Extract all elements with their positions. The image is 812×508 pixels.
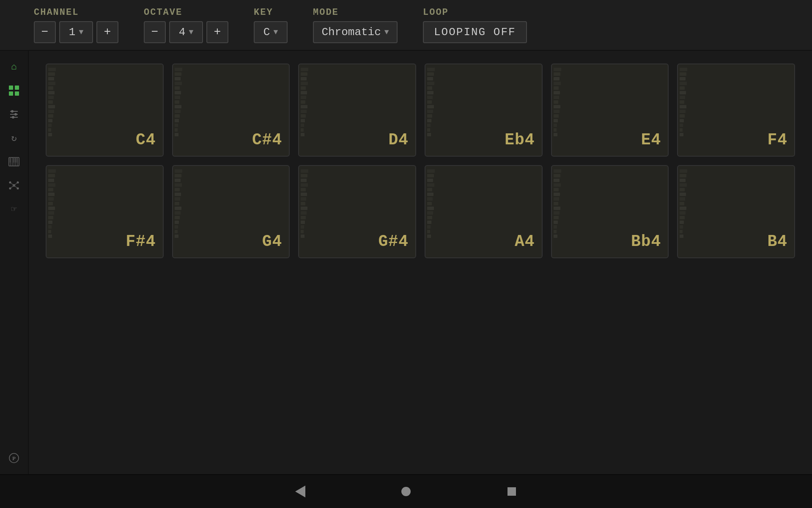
note-name: B4 [767, 232, 787, 251]
sidebar-item-nodes[interactable] [3, 174, 25, 196]
note-pad-d4[interactable]: D4 [298, 64, 416, 157]
note-name: E4 [641, 131, 661, 149]
octave-decrement-button[interactable]: − [144, 21, 166, 43]
note-pad-c4[interactable]: C4 [46, 64, 164, 157]
vel-bar [680, 100, 684, 104]
note-pad-b4[interactable]: B4 [677, 165, 795, 258]
sidebar-item-piano[interactable] [3, 151, 25, 173]
vel-bar [680, 128, 683, 132]
vel-bar [48, 235, 52, 238]
vel-bar [175, 105, 181, 108]
vel-bar [175, 100, 179, 104]
svg-rect-18 [15, 157, 16, 163]
vel-bar [427, 225, 431, 229]
vel-bar [48, 124, 52, 127]
vel-bar [175, 169, 182, 173]
nav-back-button[interactable] [290, 481, 311, 502]
vel-bar [175, 197, 180, 201]
note-name: Bb4 [631, 232, 661, 251]
note-pad-a4[interactable]: A4 [425, 165, 543, 258]
svg-rect-2 [9, 91, 13, 96]
vel-bar [680, 211, 686, 215]
vel-bar [48, 197, 54, 201]
sidebar-item-home[interactable]: ⌂ [3, 56, 25, 78]
vel-bar [48, 183, 55, 187]
vel-bar [680, 235, 683, 238]
note-pad-csharp4[interactable]: C#4 [172, 64, 290, 157]
note-pad-gsharp4[interactable]: G#4 [298, 165, 416, 258]
channel-increment-button[interactable]: + [96, 21, 118, 43]
nav-home-button[interactable] [395, 481, 417, 502]
vel-bar [427, 179, 433, 182]
vel-bar [48, 133, 52, 136]
svg-rect-17 [13, 157, 14, 163]
vel-bar [48, 188, 53, 191]
vel-bar [554, 202, 558, 205]
vel-bar [554, 174, 560, 177]
channel-control-row: − 1 ▼ + [34, 21, 118, 43]
vel-bar [175, 91, 181, 94]
vel-bar [680, 197, 685, 201]
vel-bar [175, 183, 182, 187]
octave-label: OCTAVE [144, 7, 228, 18]
octave-display[interactable]: 4 ▼ [169, 21, 203, 43]
channel-dropdown-arrow: ▼ [79, 28, 83, 36]
velocity-bars [47, 64, 58, 156]
vel-bar [301, 72, 307, 76]
vel-bar [427, 100, 432, 104]
vel-bar [427, 96, 433, 99]
channel-display[interactable]: 1 ▼ [59, 21, 93, 43]
svg-line-25 [10, 182, 14, 185]
note-pad-e4[interactable]: E4 [551, 64, 669, 157]
vel-bar [301, 110, 307, 113]
svg-rect-3 [15, 91, 19, 96]
note-pad-bb4[interactable]: Bb4 [551, 165, 669, 258]
vel-bar [301, 124, 304, 127]
main: ⌂ ↻ [0, 51, 812, 474]
channel-decrement-button[interactable]: − [34, 21, 56, 43]
vel-bar [48, 68, 56, 71]
key-display[interactable]: C ▼ [254, 21, 288, 43]
key-label: KEY [254, 7, 288, 18]
vel-bar [175, 72, 181, 76]
octave-increment-button[interactable]: + [206, 21, 228, 43]
vel-bar [680, 124, 683, 127]
note-pad-fsharp4[interactable]: F#4 [46, 165, 164, 258]
note-name: C4 [136, 131, 156, 149]
sidebar-item-mixer[interactable] [3, 103, 25, 125]
vel-bar [427, 128, 430, 132]
nav-apps-button[interactable] [501, 481, 522, 502]
sidebar-item-refresh[interactable]: ↻ [3, 127, 25, 149]
sidebar-item-touch[interactable]: ☞ [3, 198, 25, 220]
vel-bar [301, 197, 306, 201]
vel-bar [427, 119, 431, 122]
note-pad-g4[interactable]: G4 [172, 165, 290, 258]
channel-value: 1 [69, 26, 76, 39]
vel-bar [680, 193, 686, 196]
mode-dropdown-arrow: ▼ [384, 28, 389, 36]
vel-bar [48, 179, 54, 182]
sidebar-item-parking[interactable]: P [3, 447, 25, 469]
vel-bar [680, 183, 687, 187]
vel-bar [554, 124, 557, 127]
mode-value: Chromatic [321, 26, 381, 39]
vel-bar [175, 82, 182, 85]
vel-bar [680, 68, 687, 71]
loop-display[interactable]: LOOPING OFF [423, 21, 527, 43]
note-pad-eb4[interactable]: Eb4 [425, 64, 543, 157]
vel-bar [554, 197, 559, 201]
vel-bar [554, 179, 560, 182]
key-value: C [263, 26, 270, 39]
sidebar-item-grid[interactable] [3, 80, 25, 102]
svg-rect-0 [9, 86, 13, 90]
note-pad-f4[interactable]: F4 [677, 64, 795, 157]
vel-bar [427, 77, 433, 80]
vel-bar [554, 133, 557, 136]
vel-bar [301, 91, 307, 94]
note-name: C#4 [252, 131, 282, 149]
note-name: G#4 [379, 232, 409, 251]
mode-display[interactable]: Chromatic ▼ [313, 21, 398, 43]
note-name: Eb4 [505, 131, 535, 149]
vel-bar [301, 96, 306, 99]
home-icon [401, 487, 411, 496]
